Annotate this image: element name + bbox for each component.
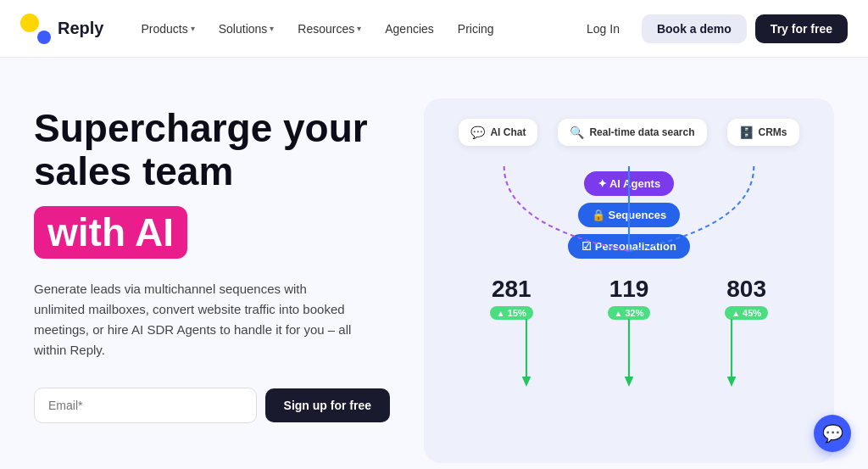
email-signup-row: Sign up for free <box>34 388 390 423</box>
database-icon: 🗄️ <box>739 126 754 139</box>
logo[interactable]: Reply <box>20 14 103 44</box>
search-icon: 🔍 <box>570 126 584 139</box>
brand-name: Reply <box>58 19 103 38</box>
hero-title: Supercharge your sales team <box>34 107 390 193</box>
up-icon: ▲ <box>615 309 623 318</box>
with-ai-badge: with AI <box>34 206 187 259</box>
nav-right: Log In Book a demo Try for free <box>573 14 848 43</box>
navbar: Reply Products ▾ Solutions ▾ Resources ▾… <box>0 0 868 58</box>
chat-icon: 💬 <box>470 126 485 139</box>
diagram-container: 💬 AI Chat 🔍 Real-time data search 🗄️ CRM… <box>424 98 834 463</box>
hero-description: Generate leads via multichannel sequence… <box>34 279 356 360</box>
signup-button[interactable]: Sign up for free <box>265 388 390 422</box>
chevron-down-icon: ▾ <box>357 24 361 33</box>
email-field[interactable] <box>34 388 257 423</box>
tag-personalization: ☑ Personalization <box>568 234 690 259</box>
up-icon: ▲ <box>732 309 740 318</box>
logo-icon <box>20 14 51 44</box>
stat-badge-2: ▲ 32% <box>608 306 651 320</box>
diagram-mid: ✦ AI Agents 🔒 Sequences ☑ Personalizatio… <box>444 171 814 259</box>
stat-badge-1: ▲ 15% <box>490 306 533 320</box>
hero-right: 💬 AI Chat 🔍 Real-time data search 🗄️ CRM… <box>424 98 834 469</box>
nav-item-agencies[interactable]: Agencies <box>375 17 444 41</box>
nav-item-pricing[interactable]: Pricing <box>448 17 504 41</box>
main-content: Supercharge your sales team with AI Gene… <box>0 58 868 469</box>
up-icon: ▲ <box>497 309 505 318</box>
logo-yellow-circle <box>20 14 39 32</box>
stats-row: 281 ▲ 15% 119 ▲ 32% 803 ▲ <box>444 276 814 320</box>
logo-blue-circle <box>37 31 51 44</box>
nav-links: Products ▾ Solutions ▾ Resources ▾ Agenc… <box>131 17 573 41</box>
nav-item-resources[interactable]: Resources ▾ <box>287 17 371 41</box>
tag-sequences: 🔒 Sequences <box>578 203 680 227</box>
chevron-down-icon: ▾ <box>270 24 274 33</box>
svg-marker-3 <box>625 377 634 387</box>
bubble-crms: 🗄️ CRMs <box>727 119 799 146</box>
svg-marker-1 <box>522 377 531 387</box>
bubble-realtime: 🔍 Real-time data search <box>558 119 706 146</box>
tag-ai-agents: ✦ AI Agents <box>584 171 674 196</box>
try-free-button[interactable]: Try for free <box>755 14 848 43</box>
login-button[interactable]: Log In <box>573 15 633 42</box>
stat-badge-3: ▲ 45% <box>725 306 768 320</box>
stat-item-3: 803 ▲ 45% <box>725 276 768 320</box>
bubble-row: 💬 AI Chat 🔍 Real-time data search 🗄️ CRM… <box>444 119 814 146</box>
hero-left: Supercharge your sales team with AI Gene… <box>34 98 390 469</box>
book-demo-button[interactable]: Book a demo <box>642 14 747 43</box>
chat-widget[interactable]: 💬 <box>814 415 851 452</box>
nav-item-solutions[interactable]: Solutions ▾ <box>209 17 285 41</box>
bubble-ai-chat: 💬 AI Chat <box>459 119 537 146</box>
stat-item-2: 119 ▲ 32% <box>608 276 651 320</box>
nav-item-products[interactable]: Products ▾ <box>131 17 204 41</box>
chevron-down-icon: ▾ <box>191 24 195 33</box>
stat-item-1: 281 ▲ 15% <box>490 276 533 320</box>
chat-widget-icon: 💬 <box>822 423 843 444</box>
svg-marker-5 <box>727 377 737 387</box>
